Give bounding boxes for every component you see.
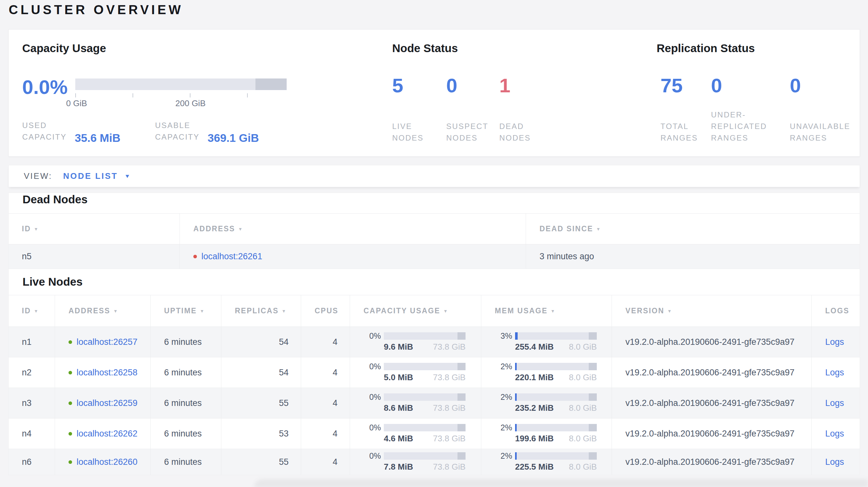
node-status-columns: 5LIVE NODES0SUSPECT NODES1DEAD NODES bbox=[392, 75, 551, 144]
column-header-dead-since[interactable]: DEAD SINCE▼ bbox=[526, 213, 860, 245]
logs-link[interactable]: Logs bbox=[825, 429, 844, 439]
capacity-usage-meter bbox=[384, 363, 466, 370]
capacity-usage-used: 4.6 MiB bbox=[384, 433, 413, 444]
sort-desc-icon: ▼ bbox=[443, 309, 448, 314]
mem-usage-used: 199.6 MiB bbox=[515, 433, 554, 444]
logs-link[interactable]: Logs bbox=[825, 398, 844, 408]
capacity-usage-meter-row: 0% bbox=[350, 332, 481, 340]
mem-usage-meter bbox=[515, 393, 597, 401]
live-node-address-link[interactable]: localhost:26260 bbox=[76, 457, 137, 467]
node-dead-icon bbox=[193, 255, 197, 258]
status-label: SUSPECT NODES bbox=[446, 121, 488, 144]
column-header-label: ID bbox=[22, 225, 31, 233]
capacity-bar-reserved-segment bbox=[255, 78, 287, 90]
chevron-down-icon: ▼ bbox=[124, 173, 130, 179]
cpus-value: 4 bbox=[301, 327, 350, 357]
capacity-usage-total: 73.8 GiB bbox=[433, 403, 466, 413]
mem-usage: 3%255.4 MiB8.0 GiB bbox=[481, 327, 612, 357]
meter-reserved-segment bbox=[458, 363, 466, 370]
column-header-label: ADDRESS bbox=[68, 306, 110, 315]
column-header-logs: LOGS bbox=[811, 295, 860, 327]
mem-usage: 2%225.5 MiB8.0 GiB bbox=[481, 449, 612, 475]
status-item-dead: 1DEAD NODES bbox=[499, 75, 551, 144]
mem-usage-total: 8.0 GiB bbox=[569, 403, 597, 413]
live-node-address-link[interactable]: localhost:26258 bbox=[76, 368, 137, 378]
replication-status-columns: 75TOTAL RANGES0UNDER- REPLICATED RANGES0… bbox=[660, 75, 861, 144]
meter-reserved-segment bbox=[589, 452, 597, 460]
column-header-replicas[interactable]: REPLICAS▼ bbox=[221, 295, 301, 327]
live-node-address-link[interactable]: localhost:26262 bbox=[76, 429, 137, 439]
version-value: v19.2.0-alpha.20190606-2491-gfe735c9a97 bbox=[612, 357, 811, 388]
logs-cell: Logs bbox=[811, 388, 860, 419]
live-node-address-link[interactable]: localhost:26259 bbox=[76, 398, 137, 408]
node-live-icon bbox=[68, 401, 72, 405]
column-header-label: DEAD SINCE bbox=[539, 225, 593, 233]
status-value: 0 bbox=[711, 75, 790, 96]
mem-usage-meter-row: 3% bbox=[481, 332, 612, 340]
used-capacity-label: USED CAPACITY bbox=[22, 120, 67, 143]
uptime-value: 6 minutes bbox=[150, 327, 221, 357]
live-node-id: n2 bbox=[8, 357, 55, 388]
dead-node-address-link[interactable]: localhost:26261 bbox=[202, 252, 262, 261]
column-header-id[interactable]: ID▼ bbox=[8, 295, 55, 327]
cpus-value: 4 bbox=[301, 449, 350, 475]
dead-nodes-table: ID▼ADDRESS▼DEAD SINCE▼n5localhost:262613… bbox=[8, 213, 860, 269]
replication-status-heading: Replication Status bbox=[657, 42, 755, 55]
used-capacity-stat: USED CAPACITY 35.6 MiB bbox=[22, 120, 120, 143]
mem-usage-used: 235.2 MiB bbox=[515, 403, 554, 413]
column-header-address[interactable]: ADDRESS▼ bbox=[55, 295, 150, 327]
live-node-address: localhost:26258 bbox=[55, 357, 150, 388]
mem-usage-values: 220.1 MiB8.0 GiB bbox=[515, 372, 597, 383]
logs-link[interactable]: Logs bbox=[825, 457, 844, 467]
meter-reserved-segment bbox=[458, 332, 466, 340]
capacity-usage-heading: Capacity Usage bbox=[22, 42, 106, 55]
live-node-address: localhost:26260 bbox=[55, 449, 150, 475]
capacity-usage-percent: 0% bbox=[350, 451, 381, 461]
capacity-usage-used: 7.8 MiB bbox=[384, 462, 413, 472]
usable-capacity-label: USABLE CAPACITY bbox=[155, 120, 199, 143]
status-item-total: 75TOTAL RANGES bbox=[660, 75, 711, 144]
meter-reserved-segment bbox=[589, 363, 597, 370]
capacity-usage-meter-row: 0% bbox=[350, 452, 481, 460]
column-header-id[interactable]: ID▼ bbox=[8, 213, 180, 245]
column-header-version[interactable]: VERSION▼ bbox=[612, 295, 811, 327]
column-header-mem-usage[interactable]: MEM USAGE▼ bbox=[481, 295, 612, 327]
logs-link[interactable]: Logs bbox=[825, 337, 844, 347]
capacity-usage-values: 7.8 MiB73.8 GiB bbox=[384, 462, 466, 472]
status-label: DEAD NODES bbox=[499, 121, 531, 144]
live-node-address: localhost:26262 bbox=[55, 419, 150, 449]
live-nodes-table: ID▼ADDRESS▼UPTIME▼REPLICAS▼CPUSCAPACITY … bbox=[8, 295, 860, 475]
capacity-usage: 0%8.6 MiB73.8 GiB bbox=[350, 388, 481, 419]
live-node-address: localhost:26259 bbox=[55, 388, 150, 419]
sort-desc-icon: ▼ bbox=[596, 226, 601, 232]
column-header-capacity-usage[interactable]: CAPACITY USAGE▼ bbox=[350, 295, 481, 327]
capacity-usage-used: 5.0 MiB bbox=[384, 372, 413, 383]
meter-reserved-segment bbox=[589, 332, 597, 340]
capacity-used-percent: 0.0% bbox=[22, 77, 68, 97]
mem-usage-percent: 2% bbox=[481, 423, 512, 432]
live-node-address-link[interactable]: localhost:26257 bbox=[76, 337, 137, 347]
mem-usage: 2%235.2 MiB8.0 GiB bbox=[481, 388, 612, 419]
view-bar: VIEW: NODE LIST ▼ bbox=[8, 165, 860, 187]
capacity-usage-meter-row: 0% bbox=[350, 424, 481, 431]
logs-cell: Logs bbox=[811, 419, 860, 449]
status-label: UNDER- REPLICATED RANGES bbox=[711, 109, 767, 144]
mem-usage-fill bbox=[515, 363, 517, 370]
capacity-usage-meter-row: 0% bbox=[350, 363, 481, 370]
capacity-usage: 0%7.8 MiB73.8 GiB bbox=[350, 449, 481, 475]
mem-usage-meter bbox=[515, 363, 597, 370]
cluster-overview-page: CLUSTER OVERVIEW Capacity Usage Node Sta… bbox=[0, 0, 868, 487]
mem-usage-meter-row: 2% bbox=[481, 363, 612, 370]
sort-desc-icon: ▼ bbox=[200, 309, 205, 314]
capacity-usage-values: 5.0 MiB73.8 GiB bbox=[384, 372, 466, 383]
column-header-uptime[interactable]: UPTIME▼ bbox=[150, 295, 221, 327]
mem-usage-values: 235.2 MiB8.0 GiB bbox=[515, 403, 597, 413]
column-header-address[interactable]: ADDRESS▼ bbox=[180, 213, 526, 245]
view-selector-dropdown[interactable]: NODE LIST ▼ bbox=[63, 171, 130, 181]
logs-link[interactable]: Logs bbox=[825, 368, 844, 378]
version-value: v19.2.0-alpha.20190606-2491-gfe735c9a97 bbox=[612, 449, 811, 475]
mem-usage-percent: 2% bbox=[481, 451, 512, 461]
sort-desc-icon: ▼ bbox=[551, 309, 556, 314]
mem-usage: 2%199.6 MiB8.0 GiB bbox=[481, 419, 612, 449]
used-capacity-value: 35.6 MiB bbox=[75, 132, 120, 144]
